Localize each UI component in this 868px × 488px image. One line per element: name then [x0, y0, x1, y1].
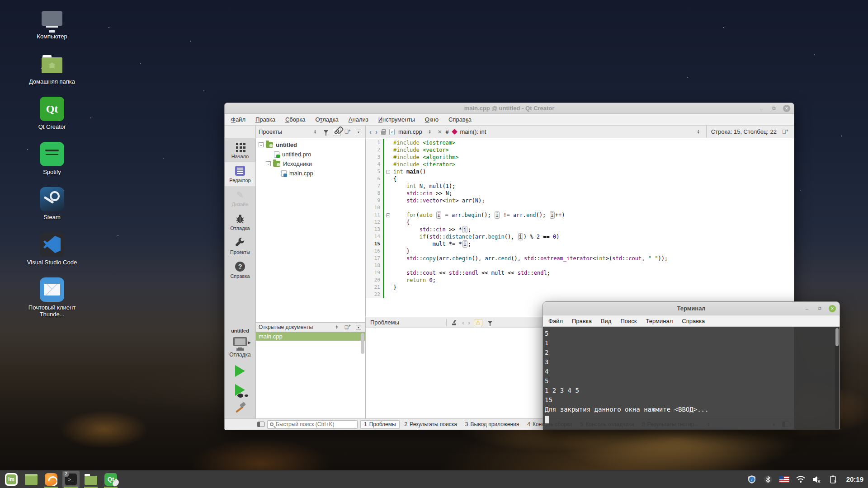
maximize-icon[interactable]: ⧉	[770, 105, 778, 112]
sidebar-toggle-icon[interactable]	[257, 422, 264, 427]
symbol-dropdown-icon[interactable]: ▲▼	[694, 128, 703, 136]
taskbar-firefox[interactable]	[42, 471, 60, 488]
desktop-icon-home-folder[interactable]: Домашняя папка	[25, 52, 79, 97]
menu-7[interactable]: Справка	[448, 116, 472, 123]
clock[interactable]: 20:19	[846, 475, 863, 483]
menu-5[interactable]: Инструменты	[378, 116, 415, 123]
terminal-close-icon[interactable]: ✕	[829, 305, 836, 312]
minimize-icon[interactable]: –	[758, 105, 765, 112]
fold-column	[384, 204, 392, 211]
sync-with-editor-icon[interactable]	[333, 128, 341, 136]
taskbar-mint-menu[interactable]: lm	[3, 471, 20, 488]
fold-column: –	[384, 211, 392, 219]
locator-search[interactable]	[267, 420, 358, 429]
editor-line: 10	[366, 204, 794, 211]
open-docs-close-icon[interactable]: ▾	[354, 323, 363, 331]
update-shield-icon[interactable]: i	[747, 474, 757, 484]
terminal-menu-3[interactable]: Поиск	[620, 318, 637, 324]
tree-item-main-cpp[interactable]: -main.cpp	[256, 169, 365, 178]
symbol-selector[interactable]: main(): int	[460, 128, 486, 135]
stars	[0, 0, 1, 1]
terminal-menu-4[interactable]: Терминал	[646, 318, 673, 324]
wifi-icon[interactable]	[796, 474, 806, 484]
output-pane-1[interactable]: 1 Проблемы	[360, 420, 400, 429]
terminal-restore-icon[interactable]: ⧉	[816, 305, 823, 312]
menu-6[interactable]: Окно	[425, 116, 439, 123]
qt-window-title: main.cpp @ untitled - Qt Creator	[225, 105, 794, 112]
taskbar-qt-creator[interactable]: Qt	[102, 471, 119, 488]
tree-item-untitled-pro[interactable]: -untitled.pro	[256, 150, 365, 159]
filter-icon[interactable]	[322, 128, 330, 136]
terminal-menu-0[interactable]: Файл	[548, 318, 563, 324]
problems-filter-icon[interactable]	[486, 319, 494, 327]
close-document-icon[interactable]: ✕	[438, 129, 442, 135]
terminal-minimize-icon[interactable]: –	[803, 305, 811, 312]
expander-icon[interactable]: -	[259, 142, 264, 147]
mode-editor[interactable]: Редактор	[225, 162, 255, 186]
expander-icon[interactable]: -	[266, 161, 271, 166]
split-pane-icon[interactable]	[344, 128, 352, 136]
open-file-selector[interactable]: main.cpp	[398, 128, 422, 135]
desktop-icon-steam[interactable]: Steam	[25, 187, 79, 232]
open-docs-split-icon[interactable]	[344, 323, 352, 331]
pane-switch-icon[interactable]: ▲▼	[311, 128, 319, 136]
open-document-item[interactable]: main.cpp	[256, 332, 365, 341]
close-icon[interactable]: ✕	[783, 105, 790, 112]
forward-icon[interactable]: ›	[375, 128, 377, 136]
desktop-icon-computer[interactable]: Компьютер	[25, 6, 79, 52]
kit-selector-icon[interactable]: ▶	[233, 337, 247, 346]
desktop-icon-thunderbird[interactable]: Почтовый клиент Thunde...	[25, 277, 79, 323]
output-pane-3[interactable]: 3 Вывод приложения	[462, 420, 522, 429]
fold-icon[interactable]: –	[386, 213, 390, 217]
mode-bug[interactable]: Отладка	[225, 210, 255, 234]
keyboard-layout-us-icon[interactable]	[779, 476, 789, 483]
warning-filter-icon[interactable]: ⚠	[474, 319, 482, 326]
menu-4[interactable]: Анализ	[349, 116, 368, 123]
desktop-icon-spotify[interactable]: Spotify	[25, 142, 79, 187]
volume-muted-icon[interactable]	[812, 474, 822, 484]
close-pane-icon[interactable]: ▾	[354, 128, 363, 136]
tree-item--[interactable]: -Исходники	[256, 159, 365, 169]
bluetooth-icon[interactable]	[763, 474, 773, 484]
open-docs-scrollbar[interactable]	[361, 333, 364, 354]
split-editor-icon[interactable]	[781, 128, 789, 136]
output-pane-2[interactable]: 2 Результаты поиска	[401, 420, 460, 429]
taskbar-files[interactable]	[82, 471, 99, 488]
menu-3[interactable]: Отладка	[315, 116, 338, 123]
mode-label: Дизайн	[232, 202, 249, 207]
tree-item-untitled[interactable]: -untitled	[256, 140, 365, 150]
terminal-output[interactable]: 5123451 2 3 4 515Для закрытия данного ок…	[543, 327, 840, 430]
clipboard-icon[interactable]	[828, 474, 838, 484]
build-button[interactable]	[234, 402, 246, 414]
run-button[interactable]	[235, 365, 245, 377]
projects-pane-selector[interactable]: Проекты ▲▼ ▾	[256, 126, 366, 138]
debug-button[interactable]	[235, 384, 245, 396]
fold-icon[interactable]: –	[386, 170, 390, 174]
terminal-menu-2[interactable]: Вид	[601, 318, 612, 324]
next-problem-icon[interactable]: ›	[468, 319, 470, 326]
desktop-icon-qt-creator[interactable]: QtQt Creator	[25, 97, 79, 142]
terminal-scrollbar[interactable]	[835, 328, 839, 429]
mode-help[interactable]: ?Справка	[225, 258, 255, 282]
clean-icon[interactable]	[450, 319, 458, 327]
taskbar-terminal[interactable]: >_2	[62, 471, 80, 488]
mode-grid[interactable]: Начало	[225, 138, 255, 162]
prev-problem-icon[interactable]: ‹	[462, 319, 464, 326]
menu-0[interactable]: Файл	[231, 116, 245, 123]
file-dropdown-icon[interactable]: ▲▼	[426, 128, 434, 136]
menu-1[interactable]: Правка	[255, 116, 275, 123]
terminal-menu-1[interactable]: Правка	[572, 318, 592, 324]
code-editor[interactable]: 1#include <iostream>2#include <vector>3#…	[366, 138, 794, 317]
desktop-icon-vscode[interactable]: Visual Studio Code	[25, 232, 79, 277]
qt-titlebar[interactable]: main.cpp @ untitled - Qt Creator – ⧉ ✕	[225, 103, 794, 114]
terminal-menu-5[interactable]: Справка	[682, 318, 705, 324]
search-input[interactable]	[276, 421, 355, 427]
open-docs-switch-icon[interactable]: ▲▼	[333, 323, 341, 331]
back-icon[interactable]: ‹	[369, 128, 372, 136]
taskbar-show-desktop[interactable]	[23, 471, 40, 488]
terminal-titlebar[interactable]: Терминал – ⧉ ✕	[543, 302, 840, 315]
menu-2[interactable]: Сборка	[285, 116, 306, 123]
mode-wrench[interactable]: Проекты	[225, 234, 255, 258]
hash-icon[interactable]: #	[446, 129, 449, 135]
taskbar-apps: lm>_2Qt	[3, 471, 122, 488]
